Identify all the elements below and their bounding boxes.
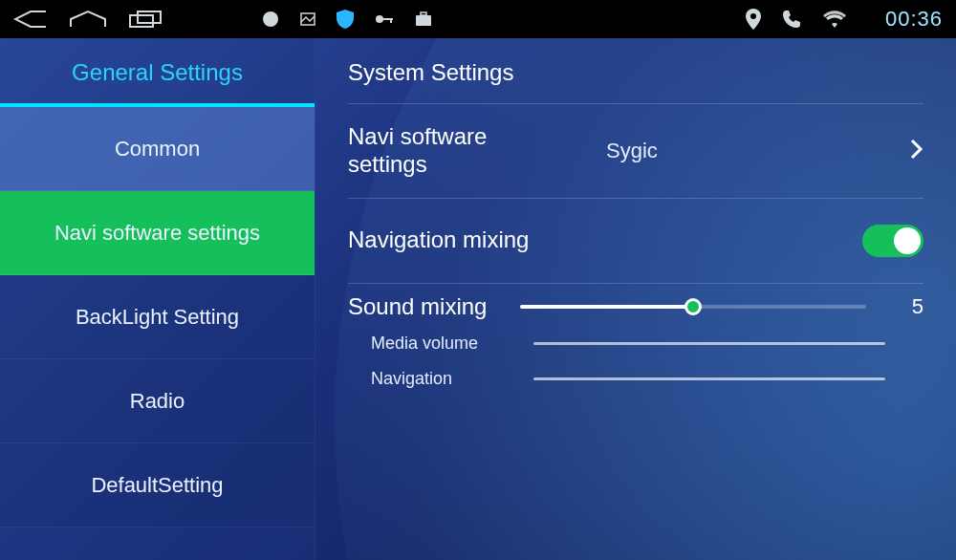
svg-point-2 (263, 11, 278, 27)
svg-rect-1 (138, 11, 161, 23)
row-media-volume: Media volume (348, 326, 923, 361)
sidebar-item-label: Radio (130, 389, 185, 414)
sidebar-item-common[interactable]: Common (0, 107, 315, 191)
phone-icon (782, 10, 801, 29)
app-face-icon (262, 11, 279, 28)
media-volume-slider[interactable] (533, 342, 885, 345)
briefcase-icon (415, 11, 432, 27)
sidebar-item-default-setting[interactable]: DefaultSetting (0, 443, 315, 528)
content-panel: System Settings Navi software settings S… (315, 38, 956, 560)
svg-rect-7 (416, 15, 431, 26)
navigation-mixing-label: Navigation mixing (348, 226, 568, 254)
image-icon (300, 12, 315, 26)
svg-rect-6 (390, 18, 392, 23)
sidebar-item-navi-software-settings[interactable]: Navi software settings (0, 191, 315, 275)
recents-icon[interactable] (128, 10, 163, 29)
sidebar-item-radio[interactable]: Radio (0, 359, 315, 443)
sidebar-title: General Settings (0, 38, 315, 103)
sidebar-item-label: BackLight Setting (76, 305, 239, 330)
sidebar-item-label: DefaultSetting (91, 473, 223, 498)
sidebar: General Settings Common Navi software se… (0, 38, 315, 560)
row-navigation-mixing: Navigation mixing (348, 199, 923, 283)
navigation-volume-slider[interactable] (533, 377, 885, 380)
sidebar-item-backlight-setting[interactable]: BackLight Setting (0, 275, 315, 359)
shield-icon (337, 10, 354, 29)
sound-mixing-slider[interactable] (520, 305, 866, 309)
media-volume-label: Media volume (371, 334, 533, 354)
svg-rect-0 (130, 15, 153, 27)
sound-mixing-label: Sound mixing (348, 293, 501, 321)
svg-point-4 (376, 15, 383, 23)
row-sound-mixing: Sound mixing 5 (348, 284, 923, 327)
svg-point-9 (750, 13, 756, 19)
back-icon[interactable] (13, 10, 48, 29)
wifi-icon (822, 10, 847, 29)
sound-mixing-value: 5 (885, 294, 923, 319)
home-icon[interactable] (69, 10, 107, 29)
content-title: System Settings (348, 38, 923, 103)
row-navigation-volume: Navigation (348, 361, 923, 397)
sidebar-item-label: Navi software settings (54, 221, 260, 246)
status-bar: 00:36 (0, 0, 956, 38)
key-icon (375, 13, 394, 25)
svg-rect-8 (421, 12, 426, 15)
navi-software-label: Navi software settings (348, 123, 568, 179)
clock: 00:36 (885, 7, 943, 32)
sidebar-item-label: Common (115, 137, 200, 162)
row-navi-software[interactable]: Navi software settings Sygic (348, 104, 923, 198)
chevron-right-icon (885, 139, 923, 163)
navigation-volume-label: Navigation (371, 369, 533, 389)
navi-software-value: Sygic (568, 139, 885, 163)
gps-icon (746, 9, 761, 30)
navigation-mixing-toggle[interactable] (862, 225, 923, 257)
